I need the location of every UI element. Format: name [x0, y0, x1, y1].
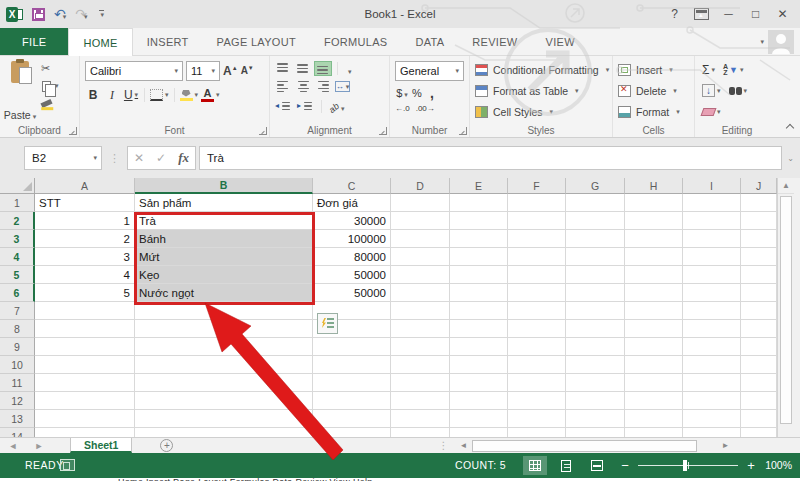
- cell-D8[interactable]: [391, 320, 450, 338]
- cell-J8[interactable]: [741, 320, 777, 338]
- cell-J14[interactable]: [741, 428, 777, 437]
- column-header-F[interactable]: F: [508, 178, 566, 194]
- cell-B1[interactable]: Sản phẩm: [135, 194, 313, 212]
- number-format-select[interactable]: General: [395, 61, 464, 81]
- cell-G8[interactable]: [566, 320, 625, 338]
- cell-J13[interactable]: [741, 410, 777, 428]
- save-icon[interactable]: [32, 8, 45, 21]
- account-dropdown-icon[interactable]: [758, 38, 764, 46]
- cell-G10[interactable]: [566, 356, 625, 374]
- cell-J1[interactable]: [741, 194, 777, 212]
- alignment-dialog-launcher-icon[interactable]: [379, 127, 387, 135]
- cell-H14[interactable]: [625, 428, 683, 437]
- vertical-scrollbar[interactable]: ▲: [777, 178, 794, 437]
- column-header-B[interactable]: B: [135, 178, 313, 194]
- cell-C2[interactable]: 30000: [313, 212, 391, 230]
- format-button[interactable]: Format: [616, 101, 691, 122]
- cell-C12[interactable]: [313, 392, 391, 410]
- cell-J2[interactable]: [741, 212, 777, 230]
- cell-F11[interactable]: [508, 374, 566, 392]
- cell-A10[interactable]: [35, 356, 135, 374]
- cell-G4[interactable]: [566, 248, 625, 266]
- cell-A9[interactable]: [35, 338, 135, 356]
- fill-color-icon[interactable]: [180, 86, 199, 104]
- cell-E4[interactable]: [450, 248, 508, 266]
- cell-E5[interactable]: [450, 266, 508, 284]
- cell-G9[interactable]: [566, 338, 625, 356]
- cell-D12[interactable]: [391, 392, 450, 410]
- cell-B7[interactable]: [135, 302, 313, 320]
- cell-D4[interactable]: [391, 248, 450, 266]
- horizontal-scroll-thumb[interactable]: [472, 440, 697, 452]
- cell-G12[interactable]: [566, 392, 625, 410]
- cell-I14[interactable]: [683, 428, 741, 437]
- horizontal-scrollbar[interactable]: ◄ ►: [456, 440, 732, 452]
- cell-A13[interactable]: [35, 410, 135, 428]
- conditional-formatting-button[interactable]: Conditional Formatting: [473, 59, 609, 80]
- cell-B12[interactable]: [135, 392, 313, 410]
- cell-A5[interactable]: 4: [35, 266, 135, 284]
- top-align-icon[interactable]: [275, 62, 291, 75]
- cell-I2[interactable]: [683, 212, 741, 230]
- wrap-text-icon[interactable]: [344, 62, 360, 75]
- cell-C3[interactable]: 100000: [313, 230, 391, 248]
- cell-I9[interactable]: [683, 338, 741, 356]
- cell-E12[interactable]: [450, 392, 508, 410]
- column-header-J[interactable]: J: [741, 178, 777, 194]
- scroll-left-icon[interactable]: ◄: [456, 440, 470, 452]
- clear-button[interactable]: [702, 108, 721, 116]
- cell-J12[interactable]: [741, 392, 777, 410]
- sheet-nav-right-icon[interactable]: ►: [26, 438, 52, 453]
- cell-A3[interactable]: 2: [35, 230, 135, 248]
- cell-G14[interactable]: [566, 428, 625, 437]
- cell-F10[interactable]: [508, 356, 566, 374]
- align-right-icon[interactable]: [315, 80, 331, 93]
- tab-page-layout[interactable]: PAGE LAYOUT: [203, 28, 310, 55]
- cancel-icon[interactable]: ✕: [134, 151, 144, 165]
- row-header-13[interactable]: 13: [0, 410, 35, 428]
- cell-styles-button[interactable]: Cell Styles: [473, 101, 609, 122]
- cell-E11[interactable]: [450, 374, 508, 392]
- autosum-button[interactable]: Σ: [702, 63, 715, 77]
- cell-H10[interactable]: [625, 356, 683, 374]
- cell-I4[interactable]: [683, 248, 741, 266]
- column-header-C[interactable]: C: [313, 178, 391, 194]
- cell-G2[interactable]: [566, 212, 625, 230]
- cell-C9[interactable]: [313, 338, 391, 356]
- cell-A12[interactable]: [35, 392, 135, 410]
- help-icon[interactable]: ?: [661, 0, 688, 28]
- bottom-align-icon[interactable]: [315, 62, 331, 75]
- cell-I13[interactable]: [683, 410, 741, 428]
- increase-font-size-icon[interactable]: A▲: [223, 64, 238, 78]
- cell-H12[interactable]: [625, 392, 683, 410]
- cell-J6[interactable]: [741, 284, 777, 302]
- cell-F9[interactable]: [508, 338, 566, 356]
- cell-G13[interactable]: [566, 410, 625, 428]
- cell-F5[interactable]: [508, 266, 566, 284]
- quick-analysis-button[interactable]: [317, 313, 338, 334]
- cell-D2[interactable]: [391, 212, 450, 230]
- minimize-icon[interactable]: ─: [715, 0, 742, 28]
- cell-B5[interactable]: Kẹo: [135, 266, 313, 284]
- cell-I12[interactable]: [683, 392, 741, 410]
- row-header-5[interactable]: 5: [0, 266, 35, 284]
- sort-filter-button[interactable]: AZ▼: [723, 64, 744, 76]
- tab-bar-resize-handle[interactable]: ⋮: [438, 440, 448, 451]
- decrease-indent-icon[interactable]: ◂: [275, 100, 292, 113]
- sheet-tab-sheet1[interactable]: Sheet1: [70, 438, 132, 453]
- cell-D9[interactable]: [391, 338, 450, 356]
- row-header-6[interactable]: 6: [0, 284, 35, 302]
- align-left-icon[interactable]: [275, 80, 291, 93]
- cell-B8[interactable]: [135, 320, 313, 338]
- cut-icon[interactable]: ✂: [41, 62, 59, 75]
- cell-A8[interactable]: [35, 320, 135, 338]
- row-header-9[interactable]: 9: [0, 338, 35, 356]
- cell-H2[interactable]: [625, 212, 683, 230]
- excel-logo-icon[interactable]: X: [6, 7, 23, 22]
- cell-D3[interactable]: [391, 230, 450, 248]
- row-header-7[interactable]: 7: [0, 302, 35, 320]
- cell-E7[interactable]: [450, 302, 508, 320]
- cell-I10[interactable]: [683, 356, 741, 374]
- cell-H4[interactable]: [625, 248, 683, 266]
- cell-I7[interactable]: [683, 302, 741, 320]
